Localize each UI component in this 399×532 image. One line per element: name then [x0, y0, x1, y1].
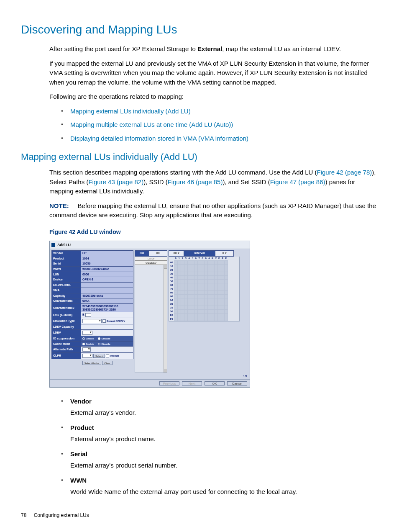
iosup-enable-radio[interactable]	[82, 337, 85, 340]
link-add-lu-auto[interactable]: Mapping multiple external LUs at one tim…	[70, 121, 233, 128]
cu-column: CU 00 Ldev# CU:LDEV	[135, 250, 167, 373]
ldevcap-cell	[81, 324, 133, 330]
window-titlebar: Add LU	[50, 241, 250, 249]
attr-label: Product	[52, 256, 81, 261]
note-label: NOTE:	[49, 202, 69, 209]
attr-value	[81, 288, 133, 293]
clpr-internal-checkbox[interactable]	[106, 354, 109, 357]
exg-input[interactable]	[85, 313, 91, 317]
ldev-select[interactable]	[82, 331, 92, 335]
grid-page-selector[interactable]: 00 ▾	[169, 250, 184, 257]
xref-fig46[interactable]: Figure 46 (page 85)	[168, 178, 223, 185]
clpr-select[interactable]	[82, 354, 92, 358]
emulation-label: Emulation Type	[52, 318, 81, 324]
attr-label: Ex-Dev. Info.	[52, 283, 81, 288]
section-title: Mapping external LUs individually (Add L…	[21, 150, 378, 164]
list-item: Mapping external LUs individually (Add L…	[61, 107, 378, 116]
text: This section describes mapping operation…	[49, 169, 317, 176]
add-lu-window: Add LU VendorHPProduct1024Serial10056WWN…	[49, 241, 250, 388]
link-add-lu[interactable]: Mapping external LUs individually (Add L…	[70, 108, 191, 115]
definition-item: ProductExternal array's product name.	[61, 423, 378, 444]
note-body: Before mapping the external LU, ensure t…	[49, 202, 376, 219]
list-item: Mapping multiple external LUs at one tim…	[61, 120, 378, 130]
iosup-label: IO suppression	[52, 336, 81, 341]
figure-caption: Figure 42 Add LU window	[49, 228, 378, 236]
definition-item: VendorExternal array's vendor.	[61, 397, 378, 417]
definition: External array's product name.	[70, 435, 156, 442]
clpr-internal-label: Internal	[110, 355, 119, 357]
app-icon	[51, 243, 55, 247]
attr-value: 0000	[81, 272, 133, 277]
cu-list[interactable]	[135, 265, 167, 373]
note-paragraph: NOTE: Before mapping the external LU, en…	[49, 201, 378, 220]
exg-value: E	[82, 314, 84, 316]
cache-enable-radio[interactable]	[82, 343, 85, 345]
text: ), and Set SSID (	[223, 178, 270, 185]
ldev-grid-panel: 00 ▾ Interval 0 ▾ 0123456789ABCDEF001020…	[169, 250, 240, 321]
select-paths-button[interactable]: Select Paths	[82, 361, 102, 365]
scrollbar[interactable]	[164, 265, 167, 373]
term: WWN	[70, 476, 378, 486]
clear-button[interactable]: Clear	[102, 361, 113, 365]
attr-label: LUN	[52, 272, 81, 277]
attr-label: Characteristic	[52, 298, 81, 304]
emulation-cell: Except OPEN-V	[81, 318, 133, 324]
exg-label: ExG (1-16384)	[52, 312, 81, 318]
attr-value: OPEN-3	[81, 277, 133, 283]
previous-button[interactable]: Previous	[159, 381, 179, 386]
xref-fig47[interactable]: Figure 47 (page 86)	[270, 178, 325, 185]
attr-label: Device	[52, 277, 81, 283]
xref-fig43[interactable]: Figure 43 (page 82)	[88, 178, 143, 185]
ldevcap-label: LDEV Capacity	[52, 324, 81, 330]
disable-text: Disable	[101, 337, 110, 340]
emulation-select[interactable]	[82, 319, 102, 323]
definition-list: VendorExternal array's vendor.ProductExt…	[61, 397, 378, 496]
next-button[interactable]: Next	[182, 381, 202, 386]
link-vma-info[interactable]: Displaying detailed information stored i…	[70, 135, 248, 142]
term: Product	[70, 423, 378, 433]
text: , map the external LU as an internal LDE…	[222, 45, 341, 52]
ok-button[interactable]: OK	[205, 381, 225, 386]
attr-label: VMA	[52, 288, 81, 293]
attr-value: 004A	[81, 298, 133, 304]
intro-paragraph-1: After setting the port used for XP Exter…	[49, 44, 378, 54]
attr-value: 10056	[81, 261, 133, 267]
attribute-table: VendorHPProduct1024Serial10056WWN50060E8…	[51, 250, 133, 366]
definition: World Wide Name of the external array po…	[70, 488, 297, 495]
cache-label: Cache Mode	[52, 341, 81, 347]
except-openv-label: Except OPEN-V	[107, 320, 125, 322]
interval-value[interactable]: 0 ▾	[215, 250, 234, 257]
definition-item: WWNWorld Wide Name of the external array…	[61, 476, 378, 496]
definition: External array's vendor.	[70, 409, 136, 416]
alt-cell	[81, 347, 133, 353]
bottom-btn-cell: Select Paths Clear	[81, 360, 133, 366]
except-openv-checkbox[interactable]	[102, 319, 106, 323]
cache-disable-radio[interactable]	[98, 343, 100, 345]
alt-select[interactable]	[82, 347, 91, 352]
footer-text: Configuring external LUs	[34, 512, 89, 518]
ldev-grid[interactable]: 0123456789ABCDEF00102030405060708090A0B0…	[170, 257, 228, 321]
enable-text: Enable	[86, 337, 94, 340]
exg-value-cell: E	[81, 312, 133, 318]
attr-value	[81, 283, 133, 288]
cache-cell: Enable Disable	[81, 341, 133, 347]
iosup-cell: Enable Disable	[81, 336, 133, 341]
attr-value: HP	[81, 251, 133, 256]
page-number: 78	[21, 512, 26, 518]
culdev-selector[interactable]: CU:LDEV	[135, 261, 167, 265]
intro-paragraph-2: If you mapped the external LU and previo…	[49, 59, 378, 87]
xref-fig42[interactable]: Figure 42 (page 78)	[317, 169, 372, 176]
attr-value: 1024	[81, 256, 133, 261]
term: Serial	[70, 450, 378, 459]
intro-link-list: Mapping external LUs individually (Add L…	[61, 107, 378, 144]
pager: 1/1	[50, 374, 250, 380]
attr-value: 4806720blocks	[81, 293, 133, 298]
ldev-number-selector[interactable]: Ldev#	[135, 257, 167, 261]
cu-value[interactable]: 00	[149, 250, 167, 257]
intro-paragraph-3: Following are the operations related to …	[49, 92, 378, 102]
definition-item: SerialExternal array's product serial nu…	[61, 450, 378, 470]
cancel-button[interactable]: Cancel	[227, 381, 247, 386]
iosup-disable-radio[interactable]	[98, 337, 100, 340]
clpr-select-button[interactable]: Select	[93, 354, 105, 358]
section-paragraph: This section describes mapping operation…	[49, 168, 378, 196]
